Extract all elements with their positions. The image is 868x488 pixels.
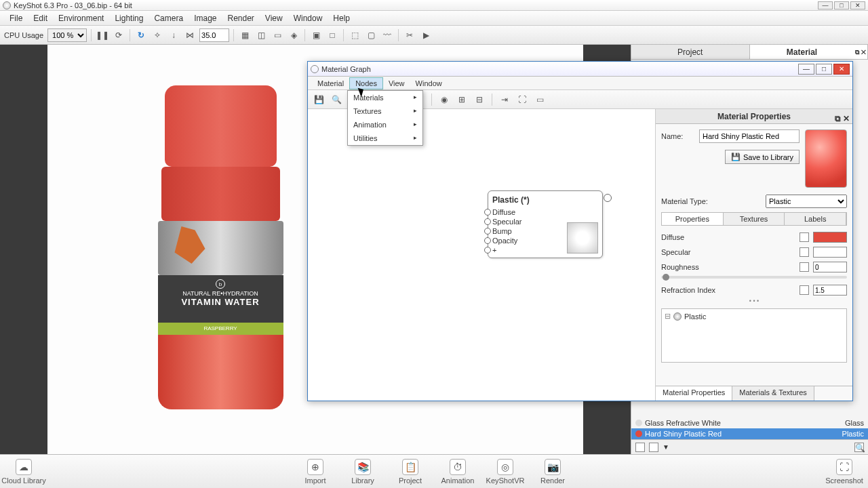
cpu-select[interactable]: 100 % [47,28,87,42]
tab-material-properties[interactable]: Material Properties [656,386,732,401]
refraction-input[interactable] [813,285,847,296]
play-icon[interactable]: ▶ [419,28,433,42]
output-port[interactable] [604,194,612,202]
input-port[interactable] [484,209,491,216]
tab-material[interactable]: Material⧉ ✕ [750,45,869,59]
crop-icon[interactable]: ✧ [151,28,164,42]
cube-icon[interactable]: ◫ [254,28,268,42]
nodes-icon[interactable]: ⊞ [455,93,469,106]
specular-color-swatch[interactable] [813,247,847,258]
input-port[interactable] [484,218,491,225]
roughness-label: Roughness [661,263,795,271]
import-button[interactable]: ⊕Import [292,459,339,485]
fit-icon[interactable]: ⛶ [515,93,529,106]
grid-icon[interactable]: ▦ [238,28,252,42]
menu-window[interactable]: Window [288,12,328,24]
mg-maximize-button[interactable]: □ [816,64,832,75]
bottle-render: b NATURAL RE•HYDRATION VITAMIN WATER RAS… [149,85,292,418]
mg-menu-material[interactable]: Material [312,78,349,89]
texture-icon[interactable] [800,285,809,295]
list-view-icon[interactable] [649,443,658,452]
tab-textures[interactable]: Textures [724,213,785,225]
curve-icon[interactable]: 〰 [380,28,394,42]
texture-icon[interactable] [800,232,809,242]
specular-label: Specular [661,248,795,256]
value-input[interactable] [199,28,229,42]
plastic-node[interactable]: Plastic (*) Diffuse Specular Bump Opacit… [488,190,603,258]
shuffle-icon[interactable]: ✂ [403,28,416,42]
mg-minimize-button[interactable]: — [798,64,814,75]
tab-labels[interactable]: Labels [785,213,846,225]
menu-camera[interactable]: Camera [149,12,189,24]
grid-view-icon[interactable] [635,443,645,452]
input-port[interactable] [484,247,491,253]
material-row[interactable]: Hard Shiny Plastic Red Plastic [631,428,868,439]
window-icon[interactable]: ▭ [271,28,284,42]
cloud-library-button[interactable]: ☁Cloud Library [0,459,47,485]
settings-icon[interactable]: ◈ [287,28,300,42]
material-name-input[interactable] [699,129,800,143]
menu-file[interactable]: File [4,12,28,24]
popout-icon[interactable]: ⧉ [835,111,841,126]
search-icon[interactable]: 🔍 [330,93,343,106]
dropdown-animation[interactable]: Animation▸ [348,118,422,131]
menu-view[interactable]: View [260,12,288,24]
popout-icon[interactable]: ⧉ ✕ [854,45,867,60]
material-tree[interactable]: ⊟ Plastic [661,308,847,363]
library-button[interactable]: 📚Library [339,459,387,485]
close-button[interactable]: ✕ [850,1,865,9]
tree-item[interactable]: ⊟ Plastic [665,312,844,321]
diffuse-color-swatch[interactable] [813,232,847,243]
mp-header: Material Properties ⧉✕ [656,109,852,124]
layers-icon[interactable]: ▣ [309,28,323,42]
mg-menu-view[interactable]: View [383,78,410,89]
material-graph-canvas[interactable]: Plastic (*) Diffuse Specular Bump Opacit… [308,109,656,401]
refresh-icon[interactable]: ⟳ [112,28,125,42]
close-icon[interactable]: ✕ [843,111,850,126]
minimize-button[interactable]: — [818,1,833,9]
menu-render[interactable]: Render [222,12,260,24]
refraction-label: Refraction Index [661,286,795,294]
material-type-select[interactable]: Plastic [766,195,847,208]
save-icon[interactable]: 💾 [312,93,326,106]
material-graph-titlebar[interactable]: Material Graph — □ ✕ [308,62,852,77]
dropdown-utilities[interactable]: Utilities▸ [348,131,422,145]
menu-lighting[interactable]: Lighting [109,12,149,24]
mg-menu-window[interactable]: Window [410,78,448,89]
menu-image[interactable]: Image [189,12,222,24]
search-icon[interactable]: 🔍 [854,443,864,452]
pause-icon[interactable]: ❚❚ [96,28,109,42]
dropdown-textures[interactable]: Textures▸ [348,104,422,118]
tab-materials-textures[interactable]: Materials & Textures [732,386,814,401]
link-icon[interactable]: ⋈ [183,28,197,42]
maximize-button[interactable]: □ [834,1,849,9]
save-to-library-button[interactable]: 💾 Save to Library [725,150,800,164]
roughness-slider[interactable] [661,276,847,279]
tab-project[interactable]: Project [631,45,750,59]
zoom-icon[interactable]: ▭ [533,93,547,106]
roughness-input[interactable] [813,262,847,272]
reload-icon[interactable]: ↻ [134,28,148,42]
node-icon[interactable]: ◉ [437,93,451,106]
animation-button[interactable]: ⏱Animation [434,459,481,485]
lock-icon[interactable]: ⬚ [348,28,361,42]
input-port[interactable] [484,228,491,235]
menu-edit[interactable]: Edit [28,12,53,24]
download-icon[interactable]: ↓ [167,28,180,42]
tab-properties[interactable]: Properties [662,213,724,225]
graph-icon[interactable]: ⊟ [473,93,486,106]
align-icon[interactable]: ⇥ [498,93,511,106]
input-port[interactable] [484,237,491,244]
project-button[interactable]: 📋Project [387,459,434,485]
texture-icon[interactable] [800,247,809,257]
screen-icon[interactable]: ▢ [364,28,378,42]
material-row[interactable]: Glass Refractive White Glass [631,418,868,428]
keyshotvr-button[interactable]: ◎KeyShotVR [481,459,529,485]
mg-close-button[interactable]: ✕ [833,64,850,75]
texture-icon[interactable] [800,262,809,272]
box-icon[interactable]: □ [326,28,339,42]
menu-help[interactable]: Help [328,12,355,24]
render-button[interactable]: 📷Render [529,459,576,485]
menu-environment[interactable]: Environment [53,12,109,24]
screenshot-button[interactable]: ⛶Screenshot [821,459,868,485]
